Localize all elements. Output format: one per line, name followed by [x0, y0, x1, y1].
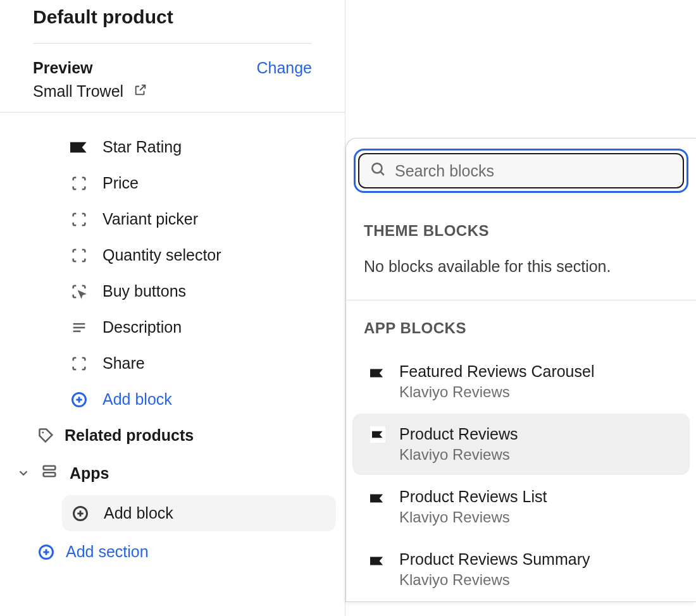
flag-icon	[370, 490, 385, 504]
block-label: Share	[103, 354, 145, 373]
block-item-price[interactable]: Price	[0, 165, 345, 201]
theme-blocks-header: THEME BLOCKS	[346, 203, 696, 252]
svg-point-15	[372, 163, 382, 173]
app-block-text: Product Reviews Klaviyo Reviews	[399, 425, 518, 464]
app-block-title: Product Reviews Summary	[399, 550, 590, 569]
block-item-share[interactable]: Share	[0, 345, 345, 381]
flag-icon	[370, 365, 385, 379]
brackets-icon	[70, 175, 89, 192]
block-item-description[interactable]: Description	[0, 309, 345, 345]
block-list: Star Rating Price Variant picker Quantit…	[0, 113, 345, 570]
apps-icon	[40, 462, 58, 484]
app-block-subtitle: Klaviyo Reviews	[399, 446, 518, 464]
search-focus-ring	[354, 149, 688, 193]
app-block-text: Product Reviews List Klaviyo Reviews	[399, 488, 547, 526]
preview-product-name: Small Trowel	[33, 82, 123, 101]
svg-rect-7	[44, 466, 56, 470]
plus-circle-icon	[70, 391, 89, 409]
app-block-subtitle: Klaviyo Reviews	[399, 571, 590, 589]
page-title: Default product	[33, 6, 312, 28]
block-picker-popover: THEME BLOCKS No blocks available for thi…	[345, 138, 696, 602]
block-label: Quantity selector	[103, 246, 221, 264]
block-label: Buy buttons	[103, 282, 186, 300]
app-block-subtitle: Klaviyo Reviews	[399, 508, 547, 526]
block-label: Price	[103, 174, 139, 192]
add-block-label: Add block	[104, 504, 173, 522]
flag-icon	[70, 139, 89, 156]
app-block-featured-reviews-carousel[interactable]: Featured Reviews Carousel Klaviyo Review…	[352, 351, 690, 412]
block-item-buy-buttons[interactable]: Buy buttons	[0, 273, 345, 309]
app-block-title: Product Reviews List	[399, 488, 547, 506]
chevron-down-icon	[14, 466, 33, 480]
preview-row: Preview Change	[33, 59, 312, 77]
header-divider	[33, 43, 312, 44]
app-block-subtitle: Klaviyo Reviews	[399, 383, 594, 401]
section-apps[interactable]: Apps	[0, 453, 345, 493]
app-block-product-reviews-list[interactable]: Product Reviews List Klaviyo Reviews	[352, 476, 690, 538]
svg-line-16	[380, 171, 383, 175]
add-block-button[interactable]: Add block	[0, 381, 345, 417]
change-link[interactable]: Change	[256, 59, 312, 77]
svg-rect-8	[44, 472, 56, 476]
apps-add-block-button[interactable]: Add block	[62, 495, 336, 531]
section-label: Related products	[65, 426, 194, 445]
cursor-icon	[70, 283, 89, 300]
app-blocks-header: APP BLOCKS	[346, 300, 696, 350]
preview-label: Preview	[33, 59, 93, 77]
block-label: Star Rating	[103, 138, 182, 156]
theme-blocks-empty: No blocks available for this section.	[346, 252, 696, 300]
app-block-product-reviews[interactable]: Product Reviews Klaviyo Reviews	[352, 414, 690, 475]
preview-product[interactable]: Small Trowel	[33, 82, 312, 101]
block-item-quantity-selector[interactable]: Quantity selector	[0, 237, 345, 273]
svg-point-6	[42, 431, 44, 433]
app-block-title: Featured Reviews Carousel	[399, 362, 594, 381]
apps-label: Apps	[70, 464, 109, 483]
app-block-product-reviews-summary[interactable]: Product Reviews Summary Klaviyo Reviews	[352, 539, 690, 600]
app-block-text: Product Reviews Summary Klaviyo Reviews	[399, 550, 590, 589]
brackets-icon	[70, 355, 89, 373]
block-item-variant-picker[interactable]: Variant picker	[0, 201, 345, 237]
external-link-icon	[134, 82, 147, 101]
app-block-text: Featured Reviews Carousel Klaviyo Review…	[399, 362, 594, 401]
flag-icon	[370, 553, 385, 567]
plus-circle-icon	[71, 505, 90, 522]
sidebar-header: Default product Preview Change Small Tro…	[0, 6, 345, 112]
add-section-label: Add section	[66, 543, 149, 561]
tag-icon	[37, 427, 56, 445]
plus-circle-icon	[37, 543, 56, 561]
search-input[interactable]	[395, 162, 673, 180]
brackets-icon	[70, 211, 89, 228]
search-field[interactable]	[358, 153, 684, 188]
section-related-products[interactable]: Related products	[0, 417, 345, 453]
flag-icon	[370, 426, 385, 443]
block-label: Variant picker	[103, 210, 198, 228]
add-block-label: Add block	[103, 390, 172, 409]
add-section-button[interactable]: Add section	[0, 534, 345, 570]
sidebar-panel: Default product Preview Change Small Tro…	[0, 0, 345, 616]
app-block-title: Product Reviews	[399, 425, 518, 443]
description-icon	[70, 319, 89, 336]
block-label: Description	[103, 318, 182, 336]
search-icon	[370, 161, 386, 181]
block-item-star-rating[interactable]: Star Rating	[0, 129, 345, 165]
brackets-icon	[70, 247, 89, 264]
